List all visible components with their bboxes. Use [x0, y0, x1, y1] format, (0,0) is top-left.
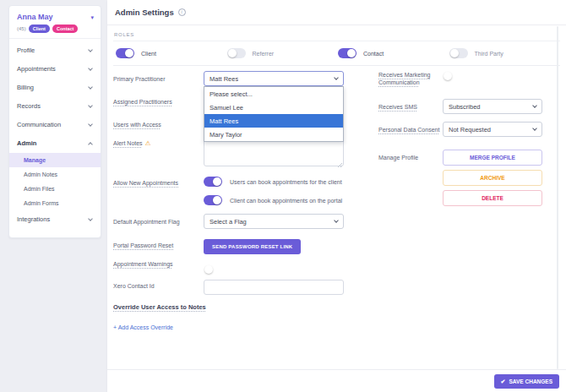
xero-contact-id-input[interactable]	[204, 280, 344, 295]
client-name: Anna May	[17, 13, 53, 21]
client-can-book-toggle[interactable]	[204, 195, 222, 205]
primary-practitioner-dropdown: Please select... Samuel Lee Matt Rees Ma…	[204, 86, 344, 142]
info-icon[interactable]: i	[178, 8, 186, 16]
dropdown-option-selected[interactable]: Matt Rees	[204, 114, 343, 128]
role-third-party: Third Party	[449, 48, 561, 58]
assigned-practitioners-label: Assigned Practitioners	[113, 99, 172, 105]
check-icon: ✔	[501, 378, 506, 384]
client-header: Anna May ▾ (45) Client Contact	[9, 6, 101, 39]
dropdown-option[interactable]: Please select...	[204, 87, 343, 101]
allow-new-appointments-label: Allow New Appointments	[113, 180, 178, 186]
personal-data-consent-label: Personal Data Consent	[378, 127, 439, 133]
dropdown-option[interactable]: Mary Taylor	[204, 128, 343, 141]
panel-header: Admin Settings i	[107, 0, 566, 25]
roles-section-label: ROLES	[113, 32, 560, 37]
receives-sms-row: Receives SMS Subscribed	[378, 99, 547, 114]
sidebar-subitem-manage[interactable]: Manage	[9, 153, 101, 167]
chevron-down-icon	[532, 126, 537, 131]
delete-button[interactable]: DELETE	[443, 190, 542, 206]
form-left-column: Primary Practitioner Matt Rees Please se…	[113, 71, 350, 333]
chevron-down-icon	[88, 84, 93, 90]
client-sidebar: Anna May ▾ (45) Client Contact Profile A…	[8, 5, 101, 238]
panel-footer: ✔ SAVE CHANGES	[107, 369, 566, 392]
admin-submenu: Manage Admin Notes Admin Files Admin For…	[9, 153, 101, 210]
client-ref-number: (45)	[17, 26, 26, 31]
chevron-down-icon	[532, 103, 537, 108]
referrer-toggle[interactable]	[227, 48, 246, 58]
save-changes-button[interactable]: ✔ SAVE CHANGES	[494, 374, 559, 389]
chevron-down-icon	[334, 75, 339, 80]
roles-row: Client Referrer Contact Third Party	[113, 41, 560, 66]
chevron-down-icon	[88, 66, 93, 71]
sidebar-item-records[interactable]: Records	[9, 97, 101, 116]
warning-icon: ⚠	[145, 139, 151, 147]
default-appointment-flag-select[interactable]: Select a Flag	[204, 214, 344, 229]
chevron-down-icon	[334, 218, 339, 223]
primary-practitioner-row: Primary Practitioner Matt Rees Please se…	[113, 71, 350, 86]
sidebar-nav: Profile Appointments Billing Records Com…	[9, 39, 101, 229]
xero-contact-id-row: Xero Contact Id	[113, 277, 350, 295]
contact-toggle[interactable]	[338, 48, 356, 58]
client-can-book-text: Client can book appointments on the port…	[230, 198, 342, 204]
add-access-override-link[interactable]: + Add Access Override	[113, 324, 173, 330]
alert-notes-row: Alert Notes⚠	[113, 139, 350, 170]
panel-body: ROLES Client Referrer Contact Third Pa	[107, 25, 566, 333]
appointment-warnings-row: Appointment Warnings	[113, 260, 350, 268]
primary-practitioner-combo: Matt Rees Please select... Samuel Lee Ma…	[204, 71, 344, 86]
resize-grip-icon[interactable]	[337, 162, 342, 167]
users-can-book-text: Users can book appointments for the clie…	[230, 179, 342, 185]
sidebar-item-billing[interactable]: Billing	[9, 79, 101, 97]
default-appointment-flag-label: Default Appointment Flag	[113, 218, 204, 226]
sidebar-subitem-admin-files[interactable]: Admin Files	[9, 182, 101, 196]
users-can-book-toggle[interactable]	[204, 177, 222, 187]
receives-sms-select[interactable]: Subscribed	[443, 99, 542, 114]
sidebar-item-integrations[interactable]: Integrations	[9, 210, 101, 229]
primary-practitioner-label: Primary Practitioner	[113, 75, 204, 83]
primary-practitioner-select[interactable]: Matt Rees	[204, 71, 344, 86]
settings-form: Primary Practitioner Matt Rees Please se…	[113, 66, 560, 333]
manage-profile-row: Manage Profile MERGE PROFILE ARCHIVE DEL…	[378, 150, 547, 206]
form-right-column: Receives Marketing Communication Receive…	[378, 71, 547, 333]
sidebar-subitem-admin-forms[interactable]: Admin Forms	[9, 196, 101, 210]
users-with-access-label: Users with Access	[113, 122, 161, 128]
alert-notes-textarea[interactable]	[204, 139, 344, 166]
chevron-down-icon	[88, 122, 93, 127]
sidebar-subitem-admin-notes[interactable]: Admin Notes	[9, 167, 101, 182]
receives-marketing-row: Receives Marketing Communication	[378, 71, 547, 90]
sidebar-item-communication[interactable]: Communication	[9, 116, 101, 134]
default-appointment-flag-row: Default Appointment Flag Select a Flag	[113, 214, 350, 229]
client-toggle[interactable]	[116, 48, 134, 58]
chevron-down-icon	[88, 103, 93, 108]
personal-data-consent-row: Personal Data Consent Not Requested	[378, 122, 547, 137]
alert-notes-label: Alert Notes	[113, 140, 143, 146]
allow-new-appointments-row: Allow New Appointments Users can book ap…	[113, 177, 350, 205]
archive-button[interactable]: ARCHIVE	[443, 170, 542, 186]
role-referrer: Referrer	[227, 48, 339, 58]
client-badge: Client	[29, 24, 50, 33]
receives-sms-label: Receives SMS	[378, 104, 417, 110]
override-access-heading: Override User Access to Notes	[113, 303, 206, 311]
third-party-toggle[interactable]	[449, 48, 468, 58]
chevron-down-icon	[88, 216, 93, 221]
sidebar-item-admin[interactable]: Admin	[9, 134, 101, 153]
contact-badge: Contact	[52, 24, 78, 33]
portal-password-reset-row: Portal Password Reset SEND PASSWORD RESE…	[113, 237, 350, 254]
sidebar-item-profile[interactable]: Profile	[9, 41, 101, 60]
page: Anna May ▾ (45) Client Contact Profile A…	[0, 0, 566, 392]
role-client: Client	[116, 48, 227, 58]
dropdown-option[interactable]: Samuel Lee	[204, 101, 343, 114]
scrollbar-track[interactable]	[557, 26, 558, 369]
chevron-down-icon	[88, 47, 93, 52]
role-contact: Contact	[338, 48, 449, 58]
sidebar-item-appointments[interactable]: Appointments	[9, 60, 101, 79]
client-menu-caret-icon[interactable]: ▾	[90, 14, 94, 20]
chevron-up-icon	[88, 142, 93, 147]
portal-password-reset-label: Portal Password Reset	[113, 242, 173, 248]
manage-profile-label: Manage Profile	[378, 150, 443, 161]
appointment-warnings-label: Appointment Warnings	[113, 261, 173, 267]
xero-contact-id-label: Xero Contact Id	[113, 282, 204, 290]
send-password-reset-button[interactable]: SEND PASSWORD RESET LINK	[204, 239, 301, 254]
merge-profile-button[interactable]: MERGE PROFILE	[443, 150, 542, 166]
admin-settings-panel: Admin Settings i ROLES Client Referrer C…	[107, 0, 566, 392]
personal-data-consent-select[interactable]: Not Requested	[443, 122, 542, 137]
